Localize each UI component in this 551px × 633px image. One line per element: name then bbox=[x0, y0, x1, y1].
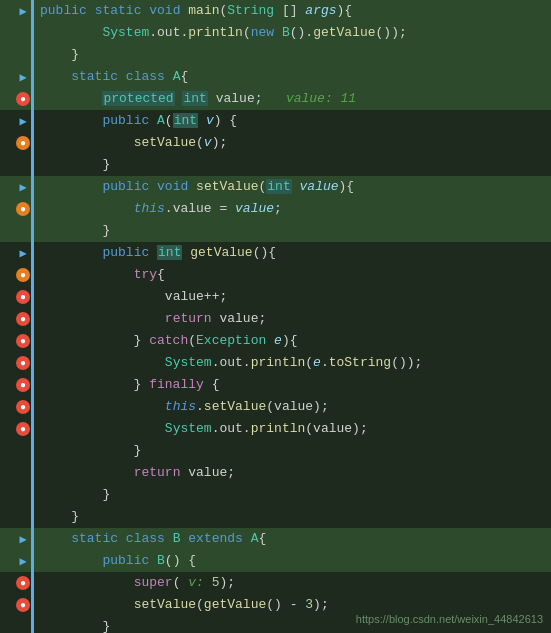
gutter bbox=[0, 462, 34, 484]
gutter: ▶ bbox=[0, 0, 34, 22]
breakpoint-orange: ● bbox=[16, 136, 30, 150]
code-line: ● protected int value; value: 11 bbox=[0, 88, 551, 110]
code-line: ● setValue(v); bbox=[0, 132, 551, 154]
code-line: ▶ static class B extends A{ bbox=[0, 528, 551, 550]
gutter: ● bbox=[0, 330, 34, 352]
line-content: System.out.println(value); bbox=[34, 418, 551, 440]
breakpoint-red: ● bbox=[16, 422, 30, 436]
code-line: ▶ public static void main(String [] args… bbox=[0, 0, 551, 22]
breakpoint-arrow: ▶ bbox=[16, 70, 30, 84]
gutter: ● bbox=[0, 396, 34, 418]
code-editor: ▶ public static void main(String [] args… bbox=[0, 0, 551, 633]
breakpoint-arrow: ▶ bbox=[16, 114, 30, 128]
code-line: ● this.setValue(value); bbox=[0, 396, 551, 418]
gutter: ● bbox=[0, 88, 34, 110]
code-line: ● try{ bbox=[0, 264, 551, 286]
breakpoint-arrow: ▶ bbox=[16, 246, 30, 260]
code-line: } bbox=[0, 440, 551, 462]
code-line: ▶ public B() { bbox=[0, 550, 551, 572]
line-content: System.out.println(new B().getValue()); bbox=[34, 22, 551, 44]
gutter bbox=[0, 22, 34, 44]
gutter: ▶ bbox=[0, 176, 34, 198]
gutter: ▶ bbox=[0, 66, 34, 88]
gutter: ▶ bbox=[0, 110, 34, 132]
gutter bbox=[0, 154, 34, 176]
breakpoint-red: ● bbox=[16, 334, 30, 348]
code-line: ▶ public int getValue(){ bbox=[0, 242, 551, 264]
code-line: ▶ static class A{ bbox=[0, 66, 551, 88]
gutter: ▶ bbox=[0, 550, 34, 572]
line-content: public static void main(String [] args){ bbox=[34, 0, 551, 22]
line-content: this.setValue(value); bbox=[34, 396, 551, 418]
breakpoint-red: ● bbox=[16, 400, 30, 414]
line-content: return value; bbox=[34, 462, 551, 484]
code-line: ● } catch(Exception e){ bbox=[0, 330, 551, 352]
code-line: } bbox=[0, 484, 551, 506]
code-line: ● } finally { bbox=[0, 374, 551, 396]
code-line: ▶ public A(int v) { bbox=[0, 110, 551, 132]
line-content: super( v: 5); bbox=[34, 572, 551, 594]
breakpoint-red: ● bbox=[16, 576, 30, 590]
line-content: public B() { bbox=[34, 550, 551, 572]
gutter bbox=[0, 220, 34, 242]
gutter: ● bbox=[0, 352, 34, 374]
watermark: https://blog.csdn.net/weixin_44842613 bbox=[356, 613, 543, 625]
gutter: ▶ bbox=[0, 242, 34, 264]
line-content: value++; bbox=[34, 286, 551, 308]
code-line: ● super( v: 5); bbox=[0, 572, 551, 594]
breakpoint-orange: ● bbox=[16, 268, 30, 282]
breakpoint-arrow: ▶ bbox=[16, 180, 30, 194]
gutter bbox=[0, 506, 34, 528]
breakpoint-red: ● bbox=[16, 290, 30, 304]
line-content: this.value = value; bbox=[34, 198, 551, 220]
line-content: public int getValue(){ bbox=[34, 242, 551, 264]
line-content: protected int value; value: 11 bbox=[34, 88, 551, 110]
code-line: ● this.value = value; bbox=[0, 198, 551, 220]
line-content: System.out.println(e.toString()); bbox=[34, 352, 551, 374]
line-content: } bbox=[34, 44, 551, 66]
breakpoint-red: ● bbox=[16, 356, 30, 370]
line-content: public A(int v) { bbox=[34, 110, 551, 132]
line-content: } bbox=[34, 220, 551, 242]
line-content: public void setValue(int value){ bbox=[34, 176, 551, 198]
gutter: ▶ bbox=[0, 528, 34, 550]
code-line: ● System.out.println(e.toString()); bbox=[0, 352, 551, 374]
gutter: ● bbox=[0, 286, 34, 308]
breakpoint-red: ● bbox=[16, 378, 30, 392]
gutter bbox=[0, 484, 34, 506]
breakpoint-orange: ● bbox=[16, 202, 30, 216]
breakpoint-arrow: ▶ bbox=[16, 532, 30, 546]
gutter: ● bbox=[0, 198, 34, 220]
line-content: static class A{ bbox=[34, 66, 551, 88]
line-content: } catch(Exception e){ bbox=[34, 330, 551, 352]
code-line: System.out.println(new B().getValue()); bbox=[0, 22, 551, 44]
line-content: } bbox=[34, 484, 551, 506]
code-line: ● value++; bbox=[0, 286, 551, 308]
code-line: ▶ public void setValue(int value){ bbox=[0, 176, 551, 198]
breakpoint-red: ● bbox=[16, 92, 30, 106]
code-line: } bbox=[0, 154, 551, 176]
gutter bbox=[0, 616, 34, 633]
gutter: ● bbox=[0, 572, 34, 594]
line-content: } bbox=[34, 506, 551, 528]
breakpoint-arrow: ▶ bbox=[16, 4, 30, 18]
gutter: ● bbox=[0, 594, 34, 616]
line-content: setValue(v); bbox=[34, 132, 551, 154]
code-line: ● return value; bbox=[0, 308, 551, 330]
gutter bbox=[0, 44, 34, 66]
gutter: ● bbox=[0, 308, 34, 330]
gutter: ● bbox=[0, 418, 34, 440]
breakpoint-red: ● bbox=[16, 312, 30, 326]
breakpoint-arrow: ▶ bbox=[16, 554, 30, 568]
line-content: } bbox=[34, 154, 551, 176]
code-line: } bbox=[0, 220, 551, 242]
code-line: } bbox=[0, 44, 551, 66]
breakpoint-red: ● bbox=[16, 598, 30, 612]
line-content: try{ bbox=[34, 264, 551, 286]
gutter bbox=[0, 440, 34, 462]
code-line: return value; bbox=[0, 462, 551, 484]
code-line: } bbox=[0, 506, 551, 528]
gutter: ● bbox=[0, 374, 34, 396]
line-content: } finally { bbox=[34, 374, 551, 396]
gutter: ● bbox=[0, 264, 34, 286]
